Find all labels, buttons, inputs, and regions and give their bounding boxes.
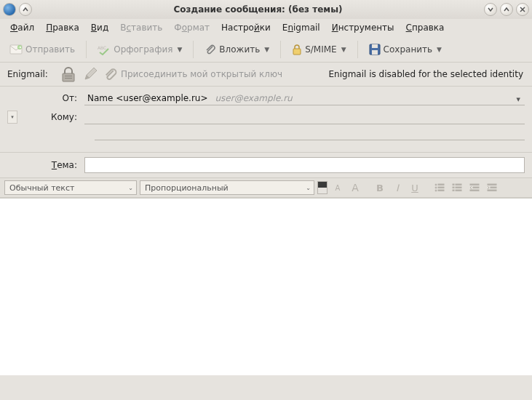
chevron-down-icon[interactable]: ▼: [517, 97, 522, 103]
menu-file[interactable]: Файл: [6, 21, 39, 34]
main-toolbar: Отправить ABC Орфография ▼ Вложить ▼ S/M…: [0, 36, 532, 63]
from-display: Name <user@example.ru>: [87, 93, 208, 103]
menu-tools[interactable]: Инструменты: [327, 21, 399, 34]
svg-rect-21: [453, 190, 454, 191]
menu-help[interactable]: Справка: [402, 21, 449, 34]
svg-point-10: [435, 184, 437, 185]
headers-panel: От: Name <user@example.ru> user@example.…: [0, 86, 532, 153]
send-label: Отправить: [25, 44, 75, 55]
chevron-down-icon: ⌄: [121, 185, 133, 191]
enigmail-label: Enigmail:: [4, 69, 48, 79]
enigmail-status-text: Enigmail is disabled for the selected id…: [329, 69, 528, 79]
outdent-button[interactable]: [467, 180, 482, 195]
svg-rect-15: [438, 190, 444, 191]
font-size-decrease-button[interactable]: A: [330, 180, 345, 195]
format-toolbar: Обычный текст ⌄ Пропорциональный ⌄ A A B…: [0, 177, 532, 198]
from-row: От: Name <user@example.ru> user@example.…: [7, 89, 525, 108]
app-icon: [3, 3, 16, 16]
chevron-down-icon: ▼: [177, 46, 182, 53]
chevron-down-icon: ⌄: [298, 185, 311, 191]
svg-rect-22: [470, 184, 479, 185]
svg-rect-3: [293, 49, 301, 55]
from-field[interactable]: Name <user@example.ru> user@example.ru ▼: [84, 91, 525, 105]
bold-button[interactable]: B: [373, 180, 387, 195]
enigmail-sign-button[interactable]: [82, 66, 99, 82]
paragraph-style-select[interactable]: Обычный текст ⌄: [4, 180, 137, 195]
font-family-select[interactable]: Пропорциональный ⌄: [140, 180, 314, 195]
svg-rect-23: [473, 187, 479, 188]
maximize-button[interactable]: [500, 3, 513, 16]
paperclip-icon: [103, 67, 118, 81]
spellcheck-icon: ABC: [98, 44, 111, 55]
svg-rect-5: [372, 44, 378, 48]
svg-rect-18: [456, 190, 461, 191]
menu-view[interactable]: Вид: [87, 21, 113, 34]
svg-rect-24: [470, 190, 479, 191]
font-size-increase-button[interactable]: A: [348, 180, 362, 195]
svg-point-14: [435, 190, 437, 191]
attach-button[interactable]: Вложить ▼: [199, 40, 274, 59]
chevron-down-icon: ▼: [341, 46, 346, 53]
title-bar: Создание сообщения: (без темы): [0, 0, 532, 19]
bg-color: [318, 188, 327, 193]
to-field[interactable]: [84, 110, 525, 124]
fg-color: [318, 182, 327, 188]
spellcheck-button[interactable]: ABC Орфография ▼: [92, 40, 187, 59]
recipient-type-dropdown[interactable]: ▾: [7, 111, 17, 124]
text-color-button[interactable]: [317, 181, 327, 194]
svg-rect-13: [438, 187, 444, 188]
numbered-list-button[interactable]: [450, 180, 464, 195]
svg-rect-6: [372, 50, 378, 55]
menu-format[interactable]: Формат: [170, 21, 214, 34]
pencil-icon: [82, 66, 99, 82]
svg-rect-8: [65, 76, 72, 76]
svg-rect-20: [453, 187, 454, 188]
paperclip-icon: [205, 44, 216, 55]
close-button[interactable]: [516, 3, 529, 16]
extra-recipient-line[interactable]: [95, 140, 525, 140]
window-title: Создание сообщения: (без темы): [32, 4, 484, 15]
spellcheck-label: Орфография: [114, 44, 172, 55]
to-row: ▾ Кому:: [7, 108, 525, 127]
toolbar-separator: [193, 41, 194, 58]
italic-button[interactable]: I: [390, 180, 405, 195]
bullet-list-button[interactable]: [432, 180, 447, 195]
svg-rect-7: [63, 73, 74, 81]
subject-input[interactable]: [84, 157, 525, 173]
minimize-button[interactable]: [484, 3, 497, 16]
enigmail-bar: Enigmail: Присоединить мой открытый ключ…: [0, 63, 532, 86]
svg-rect-26: [491, 187, 496, 188]
rollup-button[interactable]: [19, 3, 32, 16]
lock-icon: [292, 44, 302, 55]
paragraph-style-value: Обычный текст: [9, 183, 74, 193]
svg-rect-16: [456, 184, 461, 185]
toolbar-separator: [86, 41, 87, 58]
toolbar-separator: [357, 41, 358, 58]
subject-row: Тема:: [0, 153, 532, 177]
underline-button[interactable]: U: [408, 180, 422, 195]
menu-options[interactable]: Настройки: [217, 21, 275, 34]
from-email: user@example.ru: [215, 93, 293, 103]
send-button[interactable]: Отправить: [4, 40, 80, 59]
save-button[interactable]: Сохранить ▼: [364, 40, 447, 59]
enigmail-encrypt-button[interactable]: [60, 66, 77, 82]
smime-label: S/MIME: [305, 44, 337, 55]
send-icon: [9, 44, 23, 55]
menu-edit[interactable]: Правка: [41, 21, 84, 34]
svg-rect-17: [456, 187, 461, 188]
smime-button[interactable]: S/MIME ▼: [287, 40, 351, 59]
save-label: Сохранить: [384, 44, 433, 55]
menu-enigmail[interactable]: Enigmail: [278, 21, 325, 34]
svg-text:ABC: ABC: [98, 45, 106, 50]
chevron-down-icon: ▼: [437, 46, 442, 53]
subject-label: Тема:: [7, 160, 80, 170]
menu-insert[interactable]: Вставить: [116, 21, 167, 34]
font-family-value: Пропорциональный: [145, 183, 229, 193]
svg-rect-27: [488, 190, 496, 191]
enigmail-attach-key-label: Присоединить мой открытый ключ: [121, 69, 282, 79]
message-body-editor[interactable]: [0, 198, 532, 375]
enigmail-attach-key-button[interactable]: Присоединить мой открытый ключ: [103, 67, 282, 81]
chevron-down-icon: ▼: [264, 46, 269, 53]
svg-point-12: [435, 187, 437, 188]
indent-button[interactable]: [485, 180, 499, 195]
